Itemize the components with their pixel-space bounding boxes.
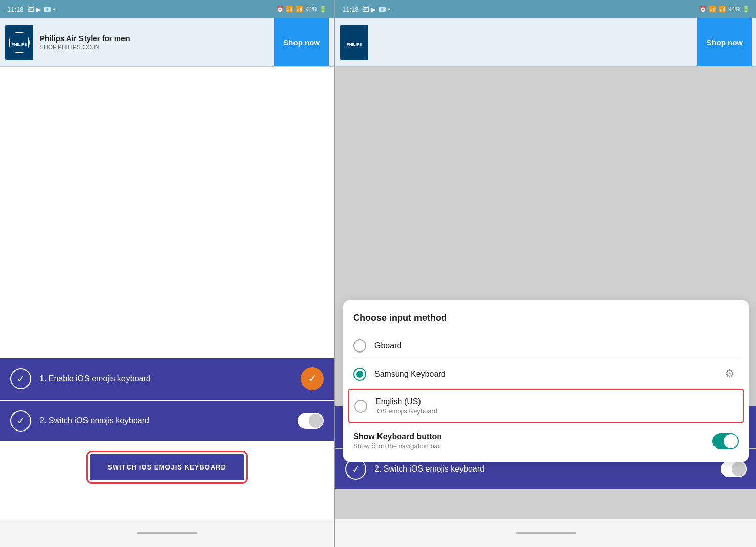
right-wifi-icon: 📶 bbox=[709, 6, 717, 13]
left-switch-btn-container: SWITCH IOS EMOJIS KEYBOARD bbox=[0, 442, 334, 490]
left-nav-bar-line bbox=[137, 532, 197, 534]
english-us-radio[interactable] bbox=[354, 400, 367, 413]
left-toggle-dot bbox=[309, 414, 323, 428]
gboard-option[interactable]: Gboard bbox=[353, 332, 739, 360]
left-status-icons: 🖼 ▶ 📧 • bbox=[28, 6, 55, 13]
left-ad-banner: PHILIPS Philips Air Styler for men SHOP.… bbox=[0, 18, 334, 67]
right-signal-icon: 📶 bbox=[719, 6, 726, 13]
left-ad-text: Philips Air Styler for men SHOP.PHILIPS.… bbox=[39, 34, 274, 51]
english-us-sublabel: iOS emojis Keyboard bbox=[375, 407, 437, 415]
right-nav-bar bbox=[335, 519, 756, 547]
english-us-label: English (US) bbox=[375, 397, 437, 406]
dialog-title: Choose input method bbox=[353, 312, 739, 323]
right-ad-banner: PHILIPS Shop now bbox=[335, 18, 756, 67]
left-time: 11:18 bbox=[7, 6, 24, 13]
left-shop-now-button[interactable]: Shop now bbox=[274, 18, 329, 66]
right-shop-now-button[interactable]: Shop now bbox=[697, 18, 752, 66]
left-phone-panel: 11:18 🖼 ▶ 📧 • ⏰ 📶 📶 94% 🔋 PHILIPS Philip… bbox=[0, 0, 334, 547]
left-step-1-label: 1. Enable iOS emojis keyboard bbox=[39, 374, 292, 383]
left-steps-section: ✓ 1. Enable iOS emojis keyboard ✓ ✓ 2. S… bbox=[0, 358, 334, 490]
samsung-keyboard-option[interactable]: Samsung Keyboard ⚙ bbox=[353, 360, 739, 389]
right-status-left: 11:18 🖼 ▶ 📧 • bbox=[342, 6, 390, 13]
switch-ios-emojis-keyboard-button[interactable]: SWITCH IOS EMOJIS KEYBOARD bbox=[90, 454, 244, 480]
show-keyboard-toggle-dot bbox=[724, 434, 738, 448]
input-method-dialog: Choose input method Gboard Samsung Keybo… bbox=[343, 300, 749, 462]
left-content-area: ✓ 1. Enable iOS emojis keyboard ✓ ✓ 2. S… bbox=[0, 67, 334, 519]
left-battery-icon: 🔋 bbox=[319, 6, 327, 13]
right-battery-icon: 🔋 bbox=[742, 6, 750, 13]
right-step-2-label: 2. Switch iOS emojis keyboard bbox=[374, 464, 712, 474]
left-status-left: 11:18 🖼 ▶ 📧 • bbox=[7, 6, 55, 13]
show-keyboard-row: Show Keyboard button Show ⠿ on the navig… bbox=[353, 423, 739, 452]
left-step-1-check-icon: ✓ bbox=[10, 368, 31, 389]
left-philips-logo-inner: PHILIPS bbox=[9, 32, 30, 53]
left-battery: 94% bbox=[305, 6, 317, 13]
left-philips-logo: PHILIPS bbox=[5, 25, 33, 60]
right-time: 11:18 bbox=[342, 6, 359, 13]
left-wifi-icon: 📶 bbox=[286, 6, 293, 13]
right-nav-bar-line bbox=[516, 532, 576, 534]
left-step-2-label: 2. Switch iOS emojis keyboard bbox=[39, 416, 289, 425]
show-keyboard-text: Show Keyboard button Show ⠿ on the navig… bbox=[353, 432, 704, 450]
left-status-right: ⏰ 📶 📶 94% 🔋 bbox=[276, 6, 327, 13]
right-steps-section: ✓ 1. Enable iOS emojis keyboard ✓ ✓ 2. S… bbox=[335, 406, 756, 490]
right-phone-panel: 11:18 🖼 ▶ 📧 • ⏰ 📶 📶 94% 🔋 PHILIPS Shop n… bbox=[335, 0, 756, 547]
right-philips-shield-icon: PHILIPS bbox=[345, 33, 363, 52]
show-keyboard-desc: Show ⠿ on the navigation bar. bbox=[353, 442, 704, 450]
left-status-bar: 11:18 🖼 ▶ 📧 • ⏰ 📶 📶 94% 🔋 bbox=[0, 0, 334, 18]
english-us-text: English (US) iOS emojis Keyboard bbox=[375, 397, 437, 415]
left-step-2-toggle[interactable] bbox=[298, 413, 324, 429]
left-alarm-icon: ⏰ bbox=[276, 6, 284, 13]
left-nav-bar bbox=[0, 519, 334, 547]
show-keyboard-toggle[interactable] bbox=[712, 433, 739, 449]
svg-text:PHILIPS: PHILIPS bbox=[346, 42, 362, 47]
right-battery: 94% bbox=[728, 6, 740, 13]
philips-shield-icon: PHILIPS bbox=[10, 33, 28, 52]
right-status-bar: 11:18 🖼 ▶ 📧 • ⏰ 📶 📶 94% 🔋 bbox=[335, 0, 756, 18]
left-step-1-toggle[interactable]: ✓ bbox=[301, 367, 324, 390]
english-us-option[interactable]: English (US) iOS emojis Keyboard bbox=[348, 389, 744, 423]
show-keyboard-title: Show Keyboard button bbox=[353, 432, 704, 441]
gboard-label: Gboard bbox=[374, 341, 739, 350]
samsung-radio[interactable] bbox=[353, 368, 366, 381]
left-step-1-row: ✓ 1. Enable iOS emojis keyboard ✓ bbox=[0, 358, 334, 400]
right-philips-logo: PHILIPS bbox=[340, 25, 368, 60]
svg-text:PHILIPS: PHILIPS bbox=[11, 42, 27, 47]
left-step-2-row: ✓ 2. Switch iOS emojis keyboard bbox=[0, 401, 334, 441]
samsung-keyboard-label: Samsung Keyboard bbox=[374, 370, 717, 379]
right-status-icons: 🖼 ▶ 📧 • bbox=[363, 6, 390, 13]
right-status-right: ⏰ 📶 📶 94% 🔋 bbox=[699, 6, 750, 13]
samsung-radio-inner bbox=[356, 371, 363, 378]
left-ad-title: Philips Air Styler for men bbox=[39, 34, 274, 43]
right-content-area: ✓ 1. Enable iOS emojis keyboard ✓ ✓ 2. S… bbox=[335, 67, 756, 519]
samsung-settings-icon[interactable]: ⚙ bbox=[725, 367, 739, 381]
right-step-2-toggle[interactable] bbox=[721, 461, 747, 477]
left-ad-subtitle: SHOP.PHILIPS.CO.IN bbox=[39, 44, 274, 51]
left-signal-icon: 📶 bbox=[296, 6, 303, 13]
left-step-2-check-icon: ✓ bbox=[10, 410, 31, 432]
right-toggle-dot bbox=[732, 462, 746, 476]
right-alarm-icon: ⏰ bbox=[699, 6, 707, 13]
gboard-radio[interactable] bbox=[353, 339, 366, 353]
